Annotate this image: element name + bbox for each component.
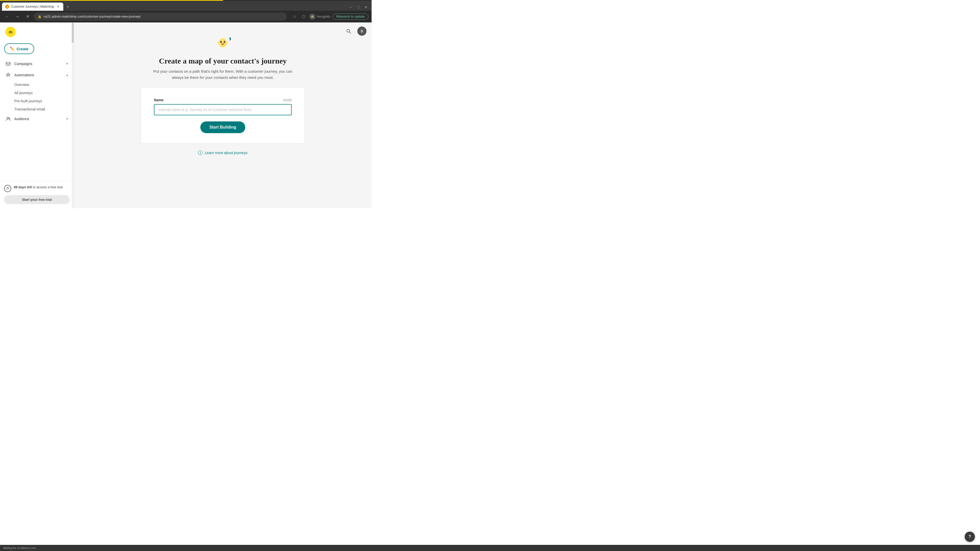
relaunch-btn[interactable]: Relaunch to update (332, 14, 369, 20)
name-field-label: Name (154, 98, 164, 102)
sidebar-scrollbar-thumb[interactable] (72, 22, 74, 43)
svg-point-6 (9, 118, 10, 119)
svg-point-7 (347, 29, 350, 32)
page-title: Create a map of your contact's journey (159, 57, 286, 65)
main-content: S Create a map (74, 22, 372, 208)
browser-chrome: m Customer Journeys | Mailchimp ✕ + ─ □ … (0, 0, 372, 22)
create-pencil-icon: ✏️ (10, 46, 14, 51)
form-card: Name 0/100 Start Building (141, 88, 304, 143)
address-input[interactable]: 🔒 us21.admin.mailchimp.com/customer-jour… (34, 13, 287, 21)
extensions-btn[interactable]: ⬡ (300, 13, 307, 20)
sidebar-item-campaigns[interactable]: Campaigns ▼ (0, 58, 74, 69)
hero-svg (213, 35, 233, 51)
campaigns-label: Campaigns (14, 62, 62, 66)
learn-more-label: Learn more about journeys (205, 151, 247, 155)
svg-point-10 (224, 41, 225, 43)
browser-actions: ☆ ⬡ 🕵 Incognito Relaunch to update (291, 13, 369, 20)
svg-rect-4 (6, 62, 10, 65)
svg-text:m: m (6, 6, 8, 8)
url-text: us21.admin.mailchimp.com/customer-journe… (44, 14, 141, 18)
trial-suffix: to access a free trial. (32, 185, 64, 189)
trial-text: 89 days left to access a free trial. (14, 185, 63, 189)
journey-name-input[interactable] (154, 104, 292, 115)
sub-nav-overview[interactable]: Overview (14, 81, 74, 89)
svg-point-12 (224, 41, 225, 42)
back-btn[interactable]: ← (3, 13, 11, 21)
days-left: 89 days left (14, 185, 32, 189)
campaigns-chevron-down-icon: ▼ (65, 62, 68, 65)
maximize-btn[interactable]: □ (355, 3, 362, 11)
incognito-badge: 🕵 Incognito (309, 14, 331, 20)
page-subtitle: Put your contacts on a path that's right… (149, 68, 297, 81)
close-btn[interactable]: ✕ (363, 3, 369, 11)
svg-point-14 (218, 41, 220, 44)
tab-close-btn[interactable]: ✕ (56, 5, 60, 9)
char-count: 0/100 (283, 98, 292, 102)
sub-nav-pre-built[interactable]: Pre-built journeys (14, 97, 74, 105)
timer-icon: ⏱ (4, 185, 11, 192)
audience-label: Audience (14, 117, 62, 121)
bookmark-btn[interactable]: ☆ (291, 13, 298, 20)
avatar-btn[interactable]: S (357, 27, 366, 36)
tab-title: Customer Journeys | Mailchimp (11, 5, 54, 8)
svg-point-16 (229, 40, 230, 41)
active-tab[interactable]: m Customer Journeys | Mailchimp ✕ (2, 3, 63, 11)
incognito-icon: 🕵 (309, 14, 315, 20)
app-layout: m ✏️ Create Campaigns ▼ (0, 22, 372, 208)
automations-sub-nav: Overview All journeys Pre-built journeys… (0, 81, 74, 113)
forward-btn[interactable]: → (13, 13, 21, 21)
sidebar-scroll: m ✏️ Create Campaigns ▼ (0, 22, 74, 181)
search-btn[interactable] (344, 27, 353, 36)
automations-label: Automations (14, 73, 62, 77)
svg-point-15 (226, 41, 228, 44)
start-building-btn[interactable]: Start Building (200, 121, 245, 133)
audience-chevron-down-icon: ▼ (65, 117, 68, 121)
tab-favicon: m (5, 5, 9, 9)
trial-info: ⏱ 89 days left to access a free trial. (4, 185, 70, 192)
automations-chevron-up-icon: ▲ (65, 73, 68, 77)
hero-illustration (213, 35, 233, 51)
campaigns-icon (5, 61, 11, 67)
svg-point-5 (7, 118, 8, 119)
create-label: Create (17, 47, 29, 51)
top-bar: S (339, 22, 372, 40)
sidebar-bottom: ⏱ 89 days left to access a free trial. S… (0, 181, 74, 208)
tab-bar: m Customer Journeys | Mailchimp ✕ + ─ □ … (0, 1, 372, 11)
sidebar: m ✏️ Create Campaigns ▼ (0, 22, 74, 208)
free-trial-btn[interactable]: Start your free trial (4, 195, 70, 204)
learn-more-link[interactable]: i Learn more about journeys (198, 151, 247, 155)
sidebar-item-audience[interactable]: Audience ▼ (0, 113, 74, 124)
svg-text:m: m (9, 30, 12, 34)
sub-nav-all-journeys[interactable]: All journeys (14, 89, 74, 97)
address-bar: ← → ✕ 🔒 us21.admin.mailchimp.com/custome… (0, 11, 372, 22)
automations-icon (5, 72, 11, 78)
logo-area: m (0, 22, 74, 41)
incognito-label: Incognito (317, 14, 331, 18)
mailchimp-logo: m (5, 27, 16, 37)
field-header: Name 0/100 (154, 98, 292, 102)
sidebar-item-automations[interactable]: Automations ▲ (0, 69, 74, 81)
create-btn[interactable]: ✏️ Create (4, 43, 34, 54)
sidebar-scrollbar[interactable] (72, 22, 74, 208)
new-tab-btn[interactable]: + (64, 3, 72, 11)
window-controls: ─ □ ✕ (347, 3, 369, 11)
svg-point-11 (221, 41, 221, 42)
reload-btn[interactable]: ✕ (24, 13, 32, 21)
minimize-btn[interactable]: ─ (347, 3, 354, 11)
svg-point-9 (220, 41, 222, 43)
sub-nav-transactional[interactable]: Transactional email (14, 105, 74, 113)
info-icon: i (198, 151, 203, 155)
lock-icon: 🔒 (38, 15, 41, 18)
audience-icon (5, 116, 11, 122)
